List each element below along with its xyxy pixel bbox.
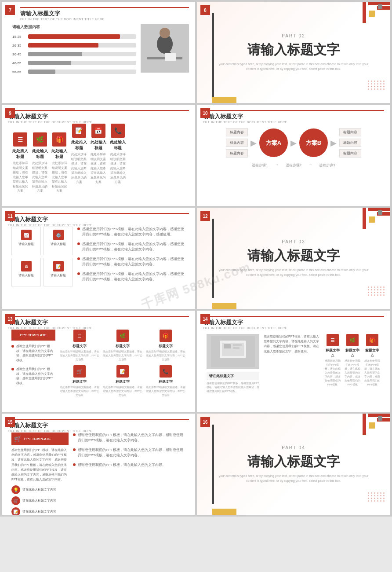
right-tags: 标题内容 标题内容 标题内容 [339, 128, 361, 158]
dot [374, 83, 375, 84]
dot [368, 86, 369, 87]
slide-number-16: 16 [200, 417, 210, 427]
slide-12: 12 PART 03 请输入标题文字 your content is ty [197, 208, 390, 309]
bullet-text-13-2: 感谢您使用我们的PPT模板，请在此输入您的文字内容，感谢您使用我们的PPT模板。 [16, 367, 55, 385]
slide-11-title: 请输入标题文字 [8, 216, 189, 224]
slide-number-12: 12 [200, 211, 210, 221]
card-icon-13-1: ☰ [73, 330, 86, 342]
left-stripe-12 [212, 219, 214, 298]
slide-16-part: PART 04 [216, 445, 371, 450]
dot-grid-16 [368, 492, 385, 502]
slide-13-right: ☰ 标题文字 此处添加详细说明文案描述，请在此输入您希望的文字内容，PPT公文场… [60, 330, 185, 397]
slide-14-right: ☰ 标题文字△ 感谢您使用我们的PPT模板，请在此输入您希望的文字内容，感谢您使… [324, 334, 381, 393]
slide-number-9: 9 [5, 108, 15, 118]
slide-9-subtitle: FILL IN THE TEXT OF THE DOCUMENT TITLE H… [8, 121, 189, 124]
icon-5: 📅 [91, 124, 105, 138]
tag-l3: 标题内容 [226, 149, 248, 158]
icon-row-2: 📝 此处推入标题 此处添加详细说明文案描述，请在此输入您希望在此输入标题意见的方… [71, 124, 126, 185]
grid-icon-box-2: ⚙️ [53, 230, 64, 240]
grid-icon-box-4: 📝 [53, 261, 64, 271]
grid-label-4: 请输入标题 [47, 273, 70, 278]
circle-b: 方案B [299, 128, 328, 157]
bar-fill-2 [28, 43, 98, 48]
dot-pattern [368, 81, 385, 90]
icon-6: 📞 [111, 124, 125, 138]
grid-icon-3: 🖥 请输入标题 [11, 258, 41, 286]
bullet-3: 感谢您使用我们的PPT模板，请在此输入您的文字内容，感谢您使用我们的PPT模板，… [77, 257, 185, 267]
bottom-yellow-16 [212, 509, 236, 515]
slide-12-title: 请输入标题文字 [216, 247, 371, 265]
dot-pattern-16 [368, 492, 385, 502]
bottom-yellow-12 [212, 303, 236, 309]
icon-title-4: 此处推入标题 [71, 139, 87, 151]
slide-16-title: 请输入标题文字 [216, 453, 371, 471]
bar-track-3 [28, 52, 136, 56]
left-stripe [212, 13, 214, 103]
card-title-13-2: 标题文字 [103, 344, 142, 348]
bar-fill-1 [28, 34, 120, 39]
bullet-1: 感谢您使用我们的PPT模板，请在此输入您的文字内容，感谢您使用我们的PPT模板，… [77, 227, 185, 237]
bar-track-1 [28, 34, 136, 39]
card-icon-13-5: 📝 [116, 365, 129, 378]
slide-10: 10 请输入标题文字 FILL IN THE TEXT OF THE DOCUM… [197, 105, 390, 206]
left-tags: 标题内容 标题内容 标题内容 [226, 128, 248, 158]
slide-14-title: 请输入标题文字 [203, 319, 384, 326]
slide-7-bars: 请输入数据内容 15-25 26-35 36-45 46-55 [12, 24, 136, 78]
dot [371, 81, 372, 82]
flow-icon-2: 🛒 [11, 496, 20, 505]
title-line-deco-9 [8, 110, 189, 111]
card-icon-14-3: 🎁 [366, 334, 378, 346]
deco-red-vert [363, 2, 366, 23]
card-14-1: ☰ 标题文字△ 感谢您使用我们的PPT模板，请在此输入您希望的文字内容，感谢您使… [324, 334, 341, 393]
slide-number-11: 11 [5, 211, 15, 221]
slide-14-main-desc: 感谢您使用我们的PPT模板，请在此输入您希望的文字内容，请在此处输入的文字内容，… [264, 334, 320, 354]
icon-card-6: 📞 此处输入标题 此处添加详细说明文案描述，请在此输入您希望在此输入标题意见的方… [110, 124, 126, 185]
ppt-template-box-13: PPT TEMPLATE [11, 330, 55, 341]
slide-9: 9 请输入标题文字 FILL IN THE TEXT OF THE DOCUME… [2, 105, 195, 206]
flow-item-2: 🛒 请在此输入标题文字内容 [11, 496, 69, 505]
bar-row-2: 26-35 [12, 43, 136, 48]
slide-11-bullets: 感谢您使用我们的PPT模板，请在此输入您的文字内容，感谢您使用我们的PPT模板，… [77, 227, 185, 286]
step-2: 进程步骤2 [286, 163, 301, 168]
bullet-4: 感谢您使用我们的PPT模板，请在此输入您的文字内容，感谢您使用我们的PPT模板，… [77, 271, 185, 282]
dot [380, 83, 381, 84]
card-title-13-4: 标题文字 [60, 379, 99, 384]
slide-9-content: ☰ 此处插入标题 此处添加详细说明文案描述，请在此输入您希望在此输入标题意见的方… [8, 124, 189, 198]
bullet-15-3: 感谢您使用我们的PPT模板，请在此输入您的文字内容。 [73, 462, 185, 468]
grid-icon-box-1: 📈 [21, 230, 32, 240]
flow-label-1: 请在此输入标题文字内容 [22, 488, 56, 492]
slide-14: 14 请输入标题文字 FILL IN THE TEXT OF THE DOCUM… [197, 311, 390, 412]
slide-11: 11 请输入标题文字 FILL IN THE TEXT OF THE DOCUM… [2, 208, 195, 309]
dot [377, 81, 378, 82]
slide-number-15: 15 [5, 417, 15, 427]
img-svg [211, 336, 255, 367]
slide-8-title: 请输入标题文字 [216, 41, 371, 59]
steps-row: 进程步骤1 → 进程步骤2 → 进程步骤3 [207, 163, 380, 168]
flow-items: 💡 请在此输入标题文字内容 🛒 请在此输入标题文字内容 📝 请在此输入标题文字内… [11, 485, 69, 515]
title-line-deco-14 [203, 316, 384, 317]
svg-point-3 [160, 28, 170, 38]
slide-12-content: PART 03 请输入标题文字 your content is typed he… [216, 239, 371, 277]
card-icon-13-6: 📞 [160, 365, 172, 378]
bullet-dot-13-1 [11, 345, 14, 348]
slide-15-bullets: 感谢您使用我们的PPT模板，请在此输入您的文字内容，感谢您使用我们的PPT模板，… [73, 433, 185, 515]
card-icon-13-3: 🎁 [160, 330, 172, 342]
svg-rect-11 [233, 347, 240, 349]
card-text-13-1: 此处添加详细说明文案描述，请在此输入您希望的文字内容，PPT公文场景 [60, 350, 99, 362]
slide-11-grid: 📈 请输入标题 ⚙️ 请输入标题 🖥 请输入标题 📝 请输入标题 [11, 227, 73, 286]
bar-label-2: 26-35 [12, 44, 25, 48]
card-icon-13-4: 🛒 [73, 365, 86, 378]
bar-label-3: 36-45 [12, 52, 25, 56]
bullet-13-2: 感谢您使用我们的PPT模板，请在此输入您的文字内容，感谢您使用我们的PPT模板。 [11, 367, 55, 385]
dot [377, 88, 378, 90]
step-1: 进程步骤1 [252, 163, 268, 168]
circle-a: 方案A [259, 128, 288, 157]
icon-title-3: 此处输入标题 [51, 148, 67, 160]
dot [380, 81, 381, 82]
slide-15-left: 🛒 PPT TEMPLATE 感谢您使用我们的PPT模板，请在此输入您的文字内容… [11, 433, 69, 515]
dot [380, 86, 381, 87]
title-line-deco-15 [8, 419, 189, 420]
card-13-2: 🌿 标题文字 此处添加详细说明文案描述，请在此输入您希望的文字内容，PPT公文场… [103, 330, 142, 362]
bullet-text-2: 感谢您使用我们的PPT模板，请在此输入您的文字内容，感谢您使用我们的PPT模板，… [82, 242, 185, 252]
slide-number-14: 14 [200, 314, 210, 324]
